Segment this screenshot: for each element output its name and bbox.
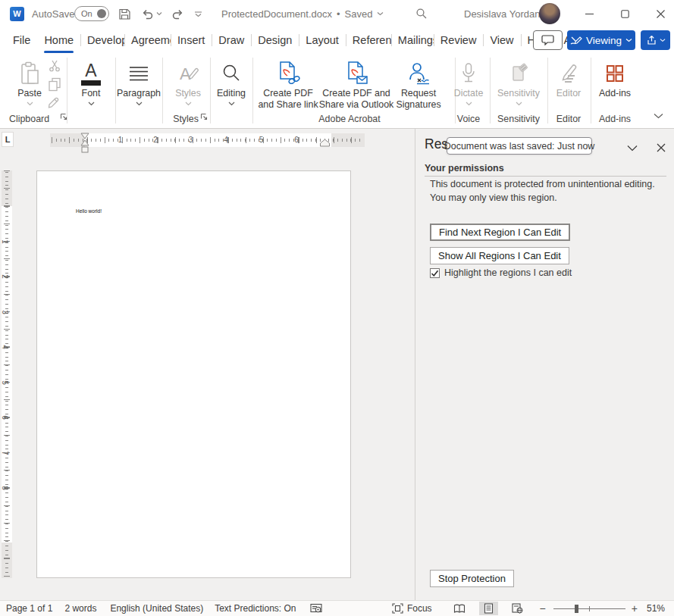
clipboard-dialog-launcher[interactable]: [60, 110, 67, 124]
focus-mode-button[interactable]: Focus: [392, 603, 432, 614]
tab-review[interactable]: Review: [434, 27, 484, 53]
pane-options-button[interactable]: [624, 139, 641, 156]
print-layout-button[interactable]: [479, 602, 498, 615]
h-ruler-number: 2: [153, 136, 158, 144]
sensitivity-label: Sensitivity: [497, 88, 540, 99]
editor-button[interactable]: Editor: [547, 56, 590, 99]
document-title-area[interactable]: ProtectedDocument.docx • Saved: [221, 0, 384, 27]
web-layout-button[interactable]: [507, 602, 528, 615]
autosave-toggle[interactable]: On: [74, 0, 109, 27]
tab-label: Developer: [87, 34, 124, 46]
chevron-down-icon: [627, 145, 638, 152]
word-logo[interactable]: W: [10, 0, 24, 27]
comments-button[interactable]: [533, 30, 563, 50]
zoom-out-button[interactable]: −: [540, 602, 546, 614]
format-painter-button[interactable]: [48, 95, 61, 108]
page-indicator[interactable]: Page 1 of 1: [6, 603, 52, 614]
tab-stop-selector[interactable]: L: [2, 132, 14, 147]
tab-design[interactable]: Design: [251, 27, 299, 53]
editor-label: Editor: [556, 88, 581, 99]
highlight-regions-checkbox-row[interactable]: Highlight the regions I can edit: [430, 267, 572, 278]
paragraph-group-button[interactable]: Paragraph: [111, 56, 166, 106]
word-count[interactable]: 2 words: [64, 603, 96, 614]
create-pdf-outlook-button[interactable]: Create PDF and Share via Outlook: [317, 56, 396, 110]
tab-agreement[interactable]: Agreement: [124, 27, 171, 53]
tab-home[interactable]: Home: [37, 27, 80, 53]
show-all-regions-button[interactable]: Show All Regions I Can Edit: [430, 247, 569, 264]
minimize-button[interactable]: [578, 0, 600, 27]
tab-draw[interactable]: Draw: [212, 27, 251, 53]
font-group-button[interactable]: A Font: [70, 56, 112, 106]
text-predictions-indicator[interactable]: Text Predictions: On: [215, 603, 296, 614]
editing-group-button[interactable]: Editing: [210, 56, 252, 106]
autosave-label: AutoSave: [32, 0, 74, 27]
highlight-regions-label: Highlight the regions I can edit: [444, 267, 572, 278]
share-dropdown-chevron: [660, 38, 666, 42]
editing-dropdown-chevron: [228, 102, 235, 106]
signature-icon: [407, 61, 430, 86]
copy-button[interactable]: [48, 77, 61, 92]
stop-protection-button[interactable]: Stop Protection: [430, 570, 514, 587]
search-button[interactable]: [415, 0, 428, 27]
dictate-button[interactable]: Dictate: [447, 56, 490, 106]
pane-close-button[interactable]: [653, 139, 669, 156]
collapse-ribbon-button[interactable]: [654, 108, 663, 122]
close-button[interactable]: [649, 0, 672, 27]
tab-label: File: [13, 34, 30, 46]
tab-references[interactable]: References: [346, 27, 391, 53]
styles-group-button[interactable]: A Styles: [167, 56, 209, 106]
create-pdf-share-link-label: Create PDF and Share link: [258, 88, 318, 110]
zoom-level[interactable]: 51%: [647, 603, 665, 614]
autosave-state: On: [81, 9, 92, 18]
font-icon: A: [81, 61, 101, 86]
dictate-label: Dictate: [454, 88, 484, 99]
tab-layout[interactable]: Layout: [299, 27, 346, 53]
find-next-region-button[interactable]: Find Next Region I Can Edit: [430, 224, 570, 241]
restrict-editing-pane: Restrict Editing Document was last saved…: [415, 129, 674, 600]
sensitivity-badge-icon: [507, 61, 530, 86]
language-indicator[interactable]: English (United States): [110, 603, 203, 614]
sensitivity-button[interactable]: Sensitivity: [493, 56, 544, 106]
undo-button[interactable]: [141, 0, 162, 27]
tab-label: View: [490, 34, 513, 46]
document-page[interactable]: Hello world!: [36, 170, 351, 578]
search-icon: [415, 8, 428, 20]
right-indent-marker[interactable]: [320, 139, 330, 147]
font-label: Font: [82, 88, 101, 99]
dictate-dropdown-chevron: [466, 102, 472, 106]
highlight-regions-checkbox[interactable]: [430, 268, 440, 278]
paste-button[interactable]: Paste: [12, 56, 47, 106]
quick-access-toolbar-chevron[interactable]: [194, 0, 202, 27]
saved-dropdown-chevron: [377, 11, 384, 16]
tab-insert[interactable]: Insert: [171, 27, 212, 53]
tab-file[interactable]: File: [6, 27, 37, 53]
addins-button[interactable]: Add-ins: [592, 56, 638, 99]
save-icon[interactable]: [118, 0, 132, 27]
redo-button[interactable]: [171, 0, 184, 27]
undo-icon: [141, 8, 154, 20]
zoom-in-button[interactable]: +: [632, 602, 638, 614]
tab-mailings[interactable]: Mailings: [391, 27, 434, 53]
maximize-button[interactable]: [613, 0, 636, 27]
share-button[interactable]: [641, 30, 670, 50]
permissions-body-line2: You may only view this region.: [430, 192, 557, 203]
close-icon: [657, 143, 666, 152]
styles-dialog-launcher[interactable]: [200, 110, 208, 124]
zoom-slider[interactable]: [553, 603, 625, 614]
create-pdf-share-link-button[interactable]: Create PDF and Share link: [258, 56, 318, 110]
cut-button[interactable]: [49, 60, 61, 72]
request-signatures-label: Request Signatures: [394, 88, 443, 110]
viewing-mode-button[interactable]: Viewing: [567, 30, 635, 50]
zoom-slider-thumb[interactable]: [575, 605, 578, 613]
avatar[interactable]: [539, 0, 560, 27]
read-mode-button[interactable]: [449, 602, 470, 615]
editing-label: Editing: [217, 88, 246, 99]
last-saved-tooltip: Document was last saved: Just now: [447, 137, 592, 155]
document-canvas[interactable]: 12345678 Hello world!: [0, 152, 415, 600]
viewing-dropdown-chevron: [625, 38, 632, 42]
tab-view[interactable]: View: [483, 27, 520, 53]
request-signatures-button[interactable]: Request Signatures: [394, 56, 443, 110]
divider: [425, 176, 666, 177]
tab-developer[interactable]: Developer: [80, 27, 124, 53]
display-check-button[interactable]: [310, 603, 322, 614]
